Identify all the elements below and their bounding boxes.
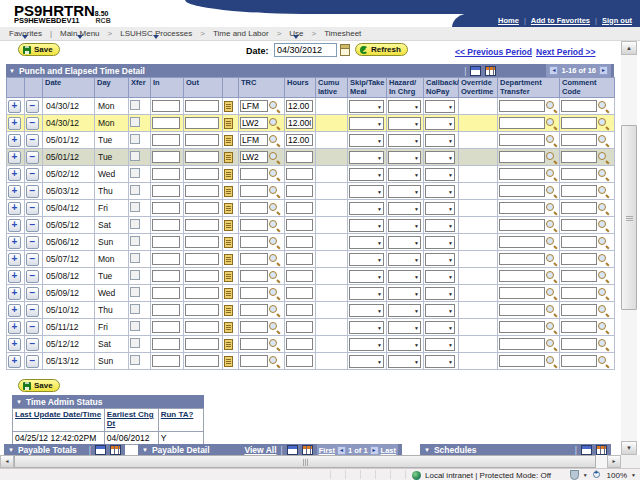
delete-row-button[interactable]: − [26,185,39,198]
next-period-link[interactable]: Next Period >> [536,47,596,57]
horizontal-scroll-thumb[interactable] [14,455,596,468]
hazard-in-chrg-dropdown[interactable]: ▼ [388,219,421,232]
comment-code-input[interactable] [561,253,597,265]
trc-input[interactable] [240,338,268,350]
trc-lookup-icon[interactable] [268,134,280,146]
department-lookup-icon[interactable] [545,134,557,146]
collapse-section-icon[interactable]: ▼ [8,447,14,453]
callback-nopay-dropdown[interactable]: ▼ [425,185,455,198]
add-row-button[interactable]: + [8,117,21,130]
hazard-in-chrg-dropdown[interactable]: ▼ [388,321,421,334]
hours-input[interactable] [286,219,313,231]
out-input[interactable] [185,270,219,282]
hazard-in-chrg-dropdown[interactable]: ▼ [388,287,421,300]
skip-take-meal-dropdown[interactable]: ▼ [349,287,384,300]
department-transfer-input[interactable] [499,270,545,282]
comment-lookup-icon[interactable] [597,151,609,163]
out-input[interactable] [185,219,219,231]
delete-row-button[interactable]: − [26,287,39,300]
trc-input[interactable] [240,168,268,180]
comment-code-input[interactable] [561,236,597,248]
trc-input[interactable] [240,270,268,282]
out-input[interactable] [185,185,219,197]
comment-lookup-icon[interactable] [597,117,609,129]
comment-lookup-icon[interactable] [597,100,609,112]
xfer-checkbox[interactable] [130,338,140,348]
smartscreen-dropdown-icon[interactable]: ▼ [583,472,588,478]
department-transfer-input[interactable] [499,355,545,367]
trc-input[interactable] [240,304,268,316]
sign-out-link[interactable]: Sign out [602,16,632,25]
in-input[interactable] [152,304,180,316]
add-row-button[interactable]: + [8,168,21,181]
scroll-right-icon[interactable]: ► [607,455,621,468]
comment-lookup-icon[interactable] [597,355,609,367]
hours-input[interactable] [286,185,313,197]
trc-lookup-icon[interactable] [268,321,280,333]
department-transfer-input[interactable] [499,236,545,248]
xfer-checkbox[interactable] [130,100,140,110]
callback-nopay-dropdown[interactable]: ▼ [425,134,455,147]
out-input[interactable] [185,355,219,367]
hazard-in-chrg-dropdown[interactable]: ▼ [388,134,421,147]
comment-code-input[interactable] [561,134,597,146]
xfer-checkbox[interactable] [130,321,140,331]
comment-lookup-icon[interactable] [597,304,609,316]
add-row-button[interactable]: + [8,287,21,300]
comment-code-input[interactable] [561,202,597,214]
hours-input[interactable] [286,168,313,180]
download-grid-icon[interactable] [110,445,121,455]
comment-code-input[interactable] [561,100,597,112]
hazard-in-chrg-dropdown[interactable]: ▼ [388,185,421,198]
trc-detail-icon[interactable] [224,237,233,248]
comment-lookup-icon[interactable] [597,338,609,350]
hours-input[interactable] [286,134,313,146]
skip-take-meal-dropdown[interactable]: ▼ [349,236,384,249]
xfer-checkbox[interactable] [130,202,140,212]
add-row-button[interactable]: + [8,321,21,334]
xfer-checkbox[interactable] [130,236,140,246]
callback-nopay-dropdown[interactable]: ▼ [425,287,455,300]
trc-lookup-icon[interactable] [268,270,280,282]
xfer-checkbox[interactable] [130,168,140,178]
comment-code-input[interactable] [561,355,597,367]
in-input[interactable] [152,168,180,180]
trc-detail-icon[interactable] [224,101,233,112]
breadcrumb-item-lsuhsc-processes[interactable]: LSUHSC Processes [118,29,194,38]
vertical-scroll-thumb[interactable] [621,125,637,310]
in-input[interactable] [152,321,180,333]
pager-next-icon[interactable]: ► [370,446,379,455]
comment-code-input[interactable] [561,168,597,180]
trc-input[interactable] [240,355,268,367]
hours-input[interactable] [286,338,313,350]
out-input[interactable] [185,304,219,316]
personalize-grid-icon[interactable] [581,445,592,455]
out-input[interactable] [185,168,219,180]
last-update-link[interactable]: Last Update Date/Time [15,410,101,419]
breadcrumb-item-use[interactable]: Use [287,29,305,38]
trc-detail-icon[interactable] [224,288,233,299]
hazard-in-chrg-dropdown[interactable]: ▼ [388,270,421,283]
pager-previous-icon[interactable]: ◄ [549,66,558,75]
in-input[interactable] [152,355,180,367]
save-button-bottom[interactable]: Save [18,379,60,392]
in-input[interactable] [152,287,180,299]
department-transfer-input[interactable] [499,338,545,350]
callback-nopay-dropdown[interactable]: ▼ [425,321,455,334]
department-lookup-icon[interactable] [545,168,557,180]
first-link[interactable]: First [319,446,335,455]
hazard-in-chrg-dropdown[interactable]: ▼ [388,117,421,130]
comment-lookup-icon[interactable] [597,185,609,197]
trc-input[interactable] [240,202,268,214]
comment-code-input[interactable] [561,321,597,333]
add-row-button[interactable]: + [8,253,21,266]
trc-lookup-icon[interactable] [268,236,280,248]
trc-lookup-icon[interactable] [268,185,280,197]
department-transfer-input[interactable] [499,219,545,231]
trc-detail-icon[interactable] [224,271,233,282]
calendar-icon[interactable] [340,44,350,56]
collapse-section-icon[interactable]: ▼ [424,447,430,453]
out-input[interactable] [185,202,219,214]
hazard-in-chrg-dropdown[interactable]: ▼ [388,168,421,181]
trc-detail-icon[interactable] [224,356,233,367]
